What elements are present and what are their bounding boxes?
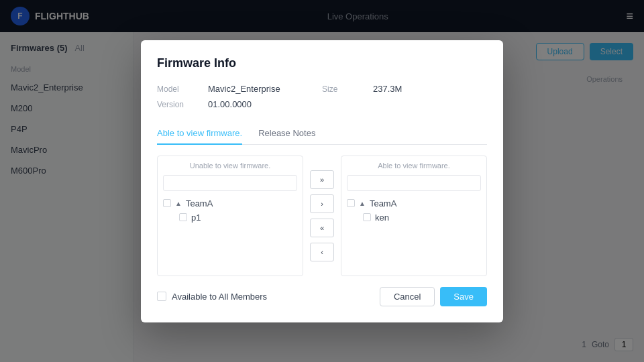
- left-item-label: p1: [191, 213, 201, 223]
- right-item-label: ken: [375, 213, 389, 223]
- left-group-checkbox[interactable]: [163, 199, 171, 207]
- able-search-input[interactable]: [347, 175, 481, 191]
- footer-buttons: Cancel Save: [380, 287, 487, 306]
- save-button[interactable]: Save: [440, 287, 487, 306]
- available-to-all-area: Available to All Members: [157, 292, 267, 302]
- able-to-view-list: Able to view firmware. ▲ TeamA ken: [341, 156, 487, 276]
- size-label: Size: [322, 84, 362, 94]
- model-value: Mavic2_Enterprise: [208, 84, 280, 94]
- left-group-label: TeamA: [186, 198, 213, 208]
- move-all-left-button[interactable]: «: [310, 219, 334, 237]
- move-left-button[interactable]: ‹: [310, 243, 334, 261]
- model-info-row: Model Mavic2_Enterprise: [157, 84, 322, 94]
- available-label: Available to All Members: [172, 292, 267, 302]
- modal-overlay: Firmware Info Model Mavic2_Enterprise Si…: [0, 0, 644, 362]
- left-group-row: ▲ TeamA: [163, 196, 297, 210]
- able-to-view-title: Able to view firmware.: [347, 162, 481, 170]
- transfer-buttons: » › « ‹: [303, 156, 341, 276]
- firmware-info-modal: Firmware Info Model Mavic2_Enterprise Si…: [141, 40, 503, 322]
- right-group-label: TeamA: [370, 198, 396, 208]
- modal-info-grid: Model Mavic2_Enterprise Size 237.3M Vers…: [157, 84, 487, 109]
- unable-to-view-list: Unable to view firmware. ▲ TeamA p1: [157, 156, 303, 276]
- left-item-row: p1: [163, 210, 297, 225]
- move-right-button[interactable]: ›: [310, 194, 334, 213]
- size-info-row: Size 237.3M: [322, 84, 487, 94]
- move-all-right-button[interactable]: »: [310, 170, 334, 189]
- right-group-checkbox[interactable]: [347, 199, 355, 207]
- left-group-chevron: ▲: [175, 200, 182, 207]
- transfer-panel: Unable to view firmware. ▲ TeamA p1 » › …: [157, 156, 487, 276]
- right-group-chevron: ▲: [359, 200, 366, 207]
- right-group-row: ▲ TeamA: [347, 196, 481, 210]
- tab-able-to-view[interactable]: Able to view firmware.: [157, 123, 242, 145]
- modal-footer: Available to All Members Cancel Save: [157, 287, 487, 306]
- right-item-checkbox[interactable]: [363, 213, 371, 221]
- unable-search-input[interactable]: [163, 175, 297, 191]
- size-value: 237.3M: [373, 84, 402, 94]
- cancel-button[interactable]: Cancel: [380, 287, 435, 306]
- modal-tabs: Able to view firmware. Release Notes: [157, 123, 487, 145]
- version-value: 01.00.0000: [208, 99, 252, 109]
- version-info-row: Version 01.00.0000: [157, 99, 322, 109]
- unable-to-view-title: Unable to view firmware.: [163, 162, 297, 170]
- tab-release-notes[interactable]: Release Notes: [258, 123, 315, 145]
- model-label: Model: [157, 84, 197, 94]
- version-label: Version: [157, 100, 197, 109]
- right-item-row: ken: [347, 210, 481, 225]
- left-item-checkbox[interactable]: [179, 213, 187, 221]
- modal-title: Firmware Info: [157, 56, 487, 70]
- available-checkbox[interactable]: [157, 292, 166, 301]
